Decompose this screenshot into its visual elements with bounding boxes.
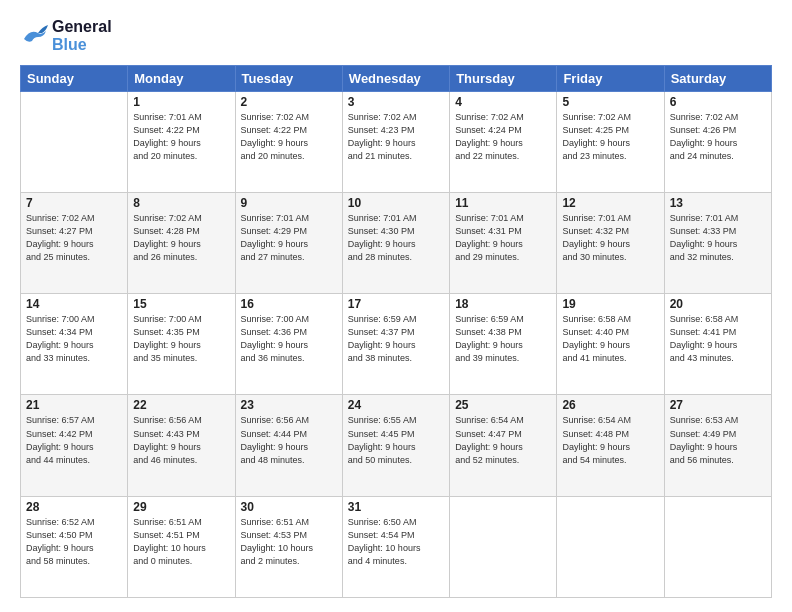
calendar-cell: 20Sunrise: 6:58 AMSunset: 4:41 PMDayligh… [664, 294, 771, 395]
calendar-table: SundayMondayTuesdayWednesdayThursdayFrid… [20, 65, 772, 598]
day-info: Sunrise: 7:00 AMSunset: 4:35 PMDaylight:… [133, 313, 229, 365]
day-number: 30 [241, 500, 337, 514]
calendar-week-row: 21Sunrise: 6:57 AMSunset: 4:42 PMDayligh… [21, 395, 772, 496]
calendar-cell: 1Sunrise: 7:01 AMSunset: 4:22 PMDaylight… [128, 91, 235, 192]
calendar-cell: 7Sunrise: 7:02 AMSunset: 4:27 PMDaylight… [21, 193, 128, 294]
calendar-cell [664, 496, 771, 597]
calendar-cell: 9Sunrise: 7:01 AMSunset: 4:29 PMDaylight… [235, 193, 342, 294]
day-info: Sunrise: 7:02 AMSunset: 4:22 PMDaylight:… [241, 111, 337, 163]
day-number: 31 [348, 500, 444, 514]
calendar-week-row: 1Sunrise: 7:01 AMSunset: 4:22 PMDaylight… [21, 91, 772, 192]
calendar-cell: 21Sunrise: 6:57 AMSunset: 4:42 PMDayligh… [21, 395, 128, 496]
calendar-cell: 15Sunrise: 7:00 AMSunset: 4:35 PMDayligh… [128, 294, 235, 395]
logo-bird-icon [20, 25, 48, 47]
day-number: 14 [26, 297, 122, 311]
day-info: Sunrise: 6:52 AMSunset: 4:50 PMDaylight:… [26, 516, 122, 568]
day-info: Sunrise: 6:59 AMSunset: 4:38 PMDaylight:… [455, 313, 551, 365]
day-info: Sunrise: 6:54 AMSunset: 4:48 PMDaylight:… [562, 414, 658, 466]
day-info: Sunrise: 7:01 AMSunset: 4:29 PMDaylight:… [241, 212, 337, 264]
day-number: 15 [133, 297, 229, 311]
calendar-cell: 4Sunrise: 7:02 AMSunset: 4:24 PMDaylight… [450, 91, 557, 192]
calendar-cell: 3Sunrise: 7:02 AMSunset: 4:23 PMDaylight… [342, 91, 449, 192]
calendar-cell: 29Sunrise: 6:51 AMSunset: 4:51 PMDayligh… [128, 496, 235, 597]
day-info: Sunrise: 7:02 AMSunset: 4:28 PMDaylight:… [133, 212, 229, 264]
day-info: Sunrise: 7:02 AMSunset: 4:25 PMDaylight:… [562, 111, 658, 163]
day-number: 28 [26, 500, 122, 514]
day-number: 25 [455, 398, 551, 412]
calendar-cell: 30Sunrise: 6:51 AMSunset: 4:53 PMDayligh… [235, 496, 342, 597]
day-number: 29 [133, 500, 229, 514]
day-number: 11 [455, 196, 551, 210]
calendar-cell: 14Sunrise: 7:00 AMSunset: 4:34 PMDayligh… [21, 294, 128, 395]
calendar-cell: 12Sunrise: 7:01 AMSunset: 4:32 PMDayligh… [557, 193, 664, 294]
day-number: 7 [26, 196, 122, 210]
calendar-cell: 25Sunrise: 6:54 AMSunset: 4:47 PMDayligh… [450, 395, 557, 496]
logo-text: General Blue [52, 18, 112, 55]
day-number: 27 [670, 398, 766, 412]
calendar-header-row: SundayMondayTuesdayWednesdayThursdayFrid… [21, 65, 772, 91]
day-number: 21 [26, 398, 122, 412]
day-number: 20 [670, 297, 766, 311]
calendar-cell: 31Sunrise: 6:50 AMSunset: 4:54 PMDayligh… [342, 496, 449, 597]
calendar-week-row: 7Sunrise: 7:02 AMSunset: 4:27 PMDaylight… [21, 193, 772, 294]
calendar-week-row: 14Sunrise: 7:00 AMSunset: 4:34 PMDayligh… [21, 294, 772, 395]
day-number: 4 [455, 95, 551, 109]
day-info: Sunrise: 7:01 AMSunset: 4:31 PMDaylight:… [455, 212, 551, 264]
calendar-cell: 27Sunrise: 6:53 AMSunset: 4:49 PMDayligh… [664, 395, 771, 496]
day-info: Sunrise: 7:01 AMSunset: 4:33 PMDaylight:… [670, 212, 766, 264]
day-info: Sunrise: 6:57 AMSunset: 4:42 PMDaylight:… [26, 414, 122, 466]
calendar-cell [21, 91, 128, 192]
day-info: Sunrise: 6:56 AMSunset: 4:44 PMDaylight:… [241, 414, 337, 466]
day-info: Sunrise: 6:56 AMSunset: 4:43 PMDaylight:… [133, 414, 229, 466]
day-info: Sunrise: 7:02 AMSunset: 4:23 PMDaylight:… [348, 111, 444, 163]
calendar-cell: 17Sunrise: 6:59 AMSunset: 4:37 PMDayligh… [342, 294, 449, 395]
day-number: 8 [133, 196, 229, 210]
day-info: Sunrise: 7:00 AMSunset: 4:34 PMDaylight:… [26, 313, 122, 365]
day-number: 3 [348, 95, 444, 109]
logo: General Blue [20, 18, 112, 55]
day-number: 24 [348, 398, 444, 412]
calendar-cell: 28Sunrise: 6:52 AMSunset: 4:50 PMDayligh… [21, 496, 128, 597]
day-number: 12 [562, 196, 658, 210]
calendar-cell: 22Sunrise: 6:56 AMSunset: 4:43 PMDayligh… [128, 395, 235, 496]
calendar-header-monday: Monday [128, 65, 235, 91]
calendar-header-tuesday: Tuesday [235, 65, 342, 91]
calendar-cell: 10Sunrise: 7:01 AMSunset: 4:30 PMDayligh… [342, 193, 449, 294]
day-number: 10 [348, 196, 444, 210]
calendar-header-friday: Friday [557, 65, 664, 91]
calendar-cell: 8Sunrise: 7:02 AMSunset: 4:28 PMDaylight… [128, 193, 235, 294]
day-info: Sunrise: 7:01 AMSunset: 4:30 PMDaylight:… [348, 212, 444, 264]
day-info: Sunrise: 6:50 AMSunset: 4:54 PMDaylight:… [348, 516, 444, 568]
day-number: 9 [241, 196, 337, 210]
calendar-cell: 23Sunrise: 6:56 AMSunset: 4:44 PMDayligh… [235, 395, 342, 496]
calendar-cell: 5Sunrise: 7:02 AMSunset: 4:25 PMDaylight… [557, 91, 664, 192]
day-info: Sunrise: 7:02 AMSunset: 4:27 PMDaylight:… [26, 212, 122, 264]
calendar-header-sunday: Sunday [21, 65, 128, 91]
day-info: Sunrise: 6:58 AMSunset: 4:40 PMDaylight:… [562, 313, 658, 365]
day-number: 16 [241, 297, 337, 311]
calendar-cell: 24Sunrise: 6:55 AMSunset: 4:45 PMDayligh… [342, 395, 449, 496]
day-info: Sunrise: 6:51 AMSunset: 4:51 PMDaylight:… [133, 516, 229, 568]
day-info: Sunrise: 7:01 AMSunset: 4:22 PMDaylight:… [133, 111, 229, 163]
calendar-cell [557, 496, 664, 597]
day-number: 23 [241, 398, 337, 412]
calendar-header-thursday: Thursday [450, 65, 557, 91]
day-number: 1 [133, 95, 229, 109]
day-number: 6 [670, 95, 766, 109]
calendar-cell: 26Sunrise: 6:54 AMSunset: 4:48 PMDayligh… [557, 395, 664, 496]
calendar-cell: 19Sunrise: 6:58 AMSunset: 4:40 PMDayligh… [557, 294, 664, 395]
day-number: 18 [455, 297, 551, 311]
day-number: 13 [670, 196, 766, 210]
day-number: 2 [241, 95, 337, 109]
day-info: Sunrise: 6:59 AMSunset: 4:37 PMDaylight:… [348, 313, 444, 365]
calendar-cell: 6Sunrise: 7:02 AMSunset: 4:26 PMDaylight… [664, 91, 771, 192]
day-number: 26 [562, 398, 658, 412]
day-number: 5 [562, 95, 658, 109]
day-info: Sunrise: 6:55 AMSunset: 4:45 PMDaylight:… [348, 414, 444, 466]
calendar-week-row: 28Sunrise: 6:52 AMSunset: 4:50 PMDayligh… [21, 496, 772, 597]
calendar-cell [450, 496, 557, 597]
day-info: Sunrise: 6:54 AMSunset: 4:47 PMDaylight:… [455, 414, 551, 466]
calendar-header-wednesday: Wednesday [342, 65, 449, 91]
calendar-cell: 16Sunrise: 7:00 AMSunset: 4:36 PMDayligh… [235, 294, 342, 395]
day-info: Sunrise: 6:53 AMSunset: 4:49 PMDaylight:… [670, 414, 766, 466]
